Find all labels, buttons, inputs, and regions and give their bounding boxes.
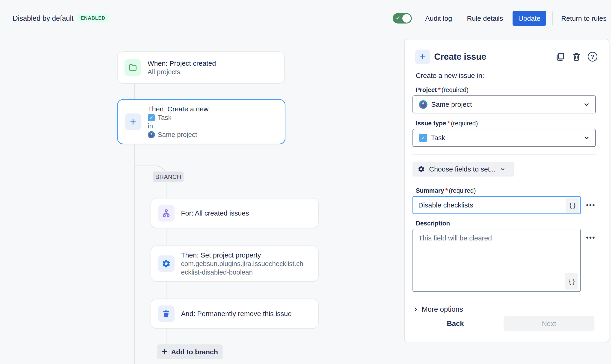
branch-icon xyxy=(158,205,175,221)
divider xyxy=(413,155,596,155)
node-title: When: Project created xyxy=(148,59,216,68)
update-button[interactable]: Update xyxy=(513,11,546,26)
page-title: Disabled by default xyxy=(13,14,74,23)
panel-intro-text: Create a new issue in: xyxy=(416,72,484,79)
trigger-node-project-created[interactable]: When: Project created All projects xyxy=(117,52,285,84)
summary-input[interactable] xyxy=(413,196,581,214)
duplicate-icon[interactable] xyxy=(555,52,566,62)
add-to-branch-button[interactable]: + Add to branch xyxy=(157,344,223,359)
rule-details-link[interactable]: Rule details xyxy=(467,14,503,22)
project-label: Same project xyxy=(158,130,197,139)
status-badge: ENABLED xyxy=(78,14,109,22)
connector-line xyxy=(134,84,135,99)
create-issue-icon: + xyxy=(415,50,430,64)
node-subtitle: com.gebsun.plugins.jira.issuechecklist.c… xyxy=(181,260,307,277)
check-icon: ✓ xyxy=(396,15,400,21)
required-asterisk: * xyxy=(437,86,442,93)
action-node-set-project-property[interactable]: Then: Set project property com.gebsun.pl… xyxy=(151,246,319,282)
project-select-value: Same project xyxy=(431,101,580,108)
chevron-down-icon xyxy=(583,135,590,141)
required-asterisk: * xyxy=(444,187,449,194)
back-button[interactable]: Back xyxy=(439,316,471,331)
folder-icon xyxy=(125,59,141,76)
issue-type-field-label: Issue type*(required) xyxy=(416,120,478,127)
issue-type-select-value: Task xyxy=(431,134,580,142)
project-avatar xyxy=(419,100,428,109)
return-to-rules-link[interactable]: Return to rules xyxy=(561,14,607,22)
branch-label: BRANCH xyxy=(153,171,183,182)
next-button[interactable]: Next xyxy=(504,316,594,331)
project-select[interactable]: Same project xyxy=(413,95,596,113)
chevron-down-icon xyxy=(583,101,590,108)
gear-icon xyxy=(158,255,175,272)
add-to-branch-label: Add to branch xyxy=(171,348,218,356)
project-field-label: Project*(required) xyxy=(416,86,468,94)
trash-icon xyxy=(158,305,175,322)
action-node-remove-issue[interactable]: And: Permanently remove this issue xyxy=(151,299,319,329)
node-subtitle: All projects xyxy=(148,68,216,76)
summary-field-label: Summary*(required) xyxy=(416,187,476,194)
task-type-icon: ✓ xyxy=(419,134,427,142)
smart-values-button[interactable]: { } xyxy=(565,273,578,289)
required-asterisk: * xyxy=(446,120,451,127)
plus-icon: + xyxy=(125,113,141,130)
help-icon[interactable]: ? xyxy=(587,52,598,62)
audit-log-link[interactable]: Audit log xyxy=(425,14,452,22)
node-title: For: All created issues xyxy=(181,209,249,218)
more-options-label: More options xyxy=(422,305,463,313)
task-label: Task xyxy=(158,113,171,122)
summary-more-menu[interactable]: ••• xyxy=(586,201,596,209)
gear-icon xyxy=(417,166,425,173)
description-field-label: Description xyxy=(416,220,450,227)
node-title: Then: Create a new xyxy=(148,105,208,113)
create-issue-panel: + Create issue ? Create a new issue in: … xyxy=(404,39,609,342)
description-textarea[interactable] xyxy=(413,229,581,292)
panel-title: Create issue xyxy=(434,52,486,62)
more-options-expander[interactable]: More options xyxy=(413,305,463,313)
task-type-icon: ✓ xyxy=(148,114,155,121)
smart-values-button[interactable]: { } xyxy=(566,198,579,213)
delete-icon[interactable] xyxy=(571,52,582,62)
issue-type-select[interactable]: ✓ Task xyxy=(413,129,596,147)
in-label: in xyxy=(148,122,208,130)
action-node-create-issue[interactable]: + Then: Create a new ✓ Task in Same proj… xyxy=(117,99,286,144)
rule-enabled-toggle[interactable]: ✓ xyxy=(393,13,412,24)
project-avatar xyxy=(148,131,155,138)
plus-icon: + xyxy=(162,347,168,356)
topbar-divider xyxy=(552,12,553,25)
choose-fields-label: Choose fields to set... xyxy=(429,165,496,173)
chevron-down-icon xyxy=(500,167,505,172)
chevron-right-icon xyxy=(413,307,418,312)
toggle-knob xyxy=(402,14,411,23)
choose-fields-button[interactable]: Choose fields to set... xyxy=(413,162,514,177)
node-title: And: Permanently remove this issue xyxy=(181,309,292,318)
node-title: Then: Set project property xyxy=(181,251,307,260)
description-more-menu[interactable]: ••• xyxy=(586,234,596,242)
branch-node-for-created-issues[interactable]: For: All created issues xyxy=(151,198,319,228)
